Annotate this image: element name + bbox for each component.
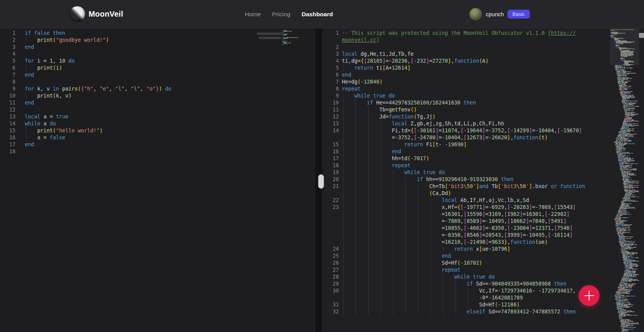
line-number: 29 (322, 281, 339, 288)
line-number: 1 (0, 30, 15, 37)
brand-name: MoonVeil (89, 10, 123, 19)
code-row: 14 Fi,td={[-30161]=11074,[-19644]=-3752,… (322, 127, 644, 134)
line-number: 4 (322, 58, 339, 65)
line-number: 21 (322, 183, 339, 190)
code-row: 5 return ti[A+12614] (322, 65, 644, 72)
code-row: 4ti,dg={[28165]=-20236,[-232]=27270},fun… (322, 58, 644, 65)
line-number: 16 (0, 134, 15, 141)
code-row: =-8350,[8546]=20543,[3999]=-10495,[-1611… (322, 232, 644, 239)
code-row: 7He=dg(-12846) (322, 79, 644, 86)
code-row: 16 end (322, 148, 644, 155)
line-number: 17 (322, 155, 339, 162)
line-number: 25 (322, 253, 339, 260)
line-number: 12 (322, 113, 339, 120)
code-row: 16 a = false (0, 134, 314, 141)
line-number: 31 (322, 301, 339, 308)
code-row: 25 end (322, 253, 644, 260)
line-number: 2 (322, 44, 339, 51)
nav-link-pricing[interactable]: Pricing (272, 11, 290, 18)
code-row: 12 (0, 106, 314, 113)
code-row: 8repeat (322, 86, 644, 92)
line-number: 19 (322, 169, 339, 176)
code-row: 6end (322, 72, 644, 79)
vertical-scrollbar-thumb[interactable] (639, 33, 644, 38)
line-number: 6 (0, 65, 15, 72)
code-row: 11 Tb=getfenv() (322, 106, 644, 113)
nav-link-home[interactable]: Home (245, 11, 261, 18)
line-number: 11 (0, 99, 15, 106)
line-number: 24 (322, 246, 339, 253)
code-row: 18 (0, 148, 314, 155)
line-number: 7 (0, 72, 15, 79)
plan-badge: Basic (507, 10, 530, 19)
navbar: MoonVeil Home Pricing Dashboard cpunch B… (0, 0, 644, 28)
line-number: 30 (322, 288, 339, 294)
line-number: 5 (0, 58, 15, 65)
line-number: 23 (322, 204, 339, 211)
user-name: cpunch (486, 11, 504, 17)
line-number: 18 (322, 162, 339, 169)
code-row: 15 return Fi[t- -19690] (322, 141, 644, 148)
nav-links: Home Pricing Dashboard (245, 0, 333, 28)
line-number: 12 (0, 106, 15, 113)
code-row: moonveil.cc] (322, 37, 644, 44)
code-row: 17 hh=td(-7017) (322, 155, 644, 162)
code-row: 12 Jd=function(Tg,Jj) (322, 113, 644, 120)
fab-add-button[interactable] (579, 285, 600, 306)
code-row: 32 elseif Sd==747893412-747885572 then (322, 308, 644, 315)
code-row: 7end (0, 72, 314, 79)
line-number: 13 (0, 113, 15, 120)
code-row: 5for i = 1, 10 do (0, 58, 314, 65)
editor-decoration (258, 37, 282, 39)
source-minimap[interactable] (282, 29, 304, 49)
code-row: 14while a do (0, 120, 314, 127)
line-number: 9 (322, 92, 339, 99)
code-row: 28 while true do (322, 274, 644, 281)
line-number: 14 (0, 120, 15, 127)
line-number: 10 (0, 92, 15, 99)
line-number: 17 (0, 141, 15, 148)
split-drag-handle[interactable] (318, 174, 324, 189)
line-number: 8 (322, 86, 339, 92)
code-row: 4 (0, 51, 314, 58)
code-row: 27 repeat (322, 267, 644, 274)
brand[interactable]: MoonVeil (70, 6, 123, 22)
code-row: 13 local Z,gb,ej,zg,Sh,td,Li,p,Ch,Fi,hh (322, 120, 644, 127)
code-row: 13local a = true (0, 113, 314, 120)
code-row: 22 local Ab,If,Hf,aj,Vc,lb,x,Sd (322, 197, 644, 204)
line-number: 3 (322, 51, 339, 58)
code-row: 17end (0, 141, 314, 148)
code-row: 6 print(i) (0, 65, 314, 72)
user-cluster: cpunch Basic (469, 0, 530, 28)
line-number: 14 (322, 127, 339, 134)
line-number: 3 (0, 44, 15, 51)
code-row: 24 return x[ue-10796] (322, 246, 644, 253)
nav-link-dashboard[interactable]: Dashboard (302, 11, 333, 18)
code-row: 3end (0, 44, 314, 51)
user-avatar[interactable] (469, 8, 482, 21)
line-number: 32 (322, 308, 339, 315)
source-code-lines: 1if false then2 print("goodbye world!")3… (0, 30, 314, 155)
code-row: =16301,[15596]=3169,[1962]=16301,[-22982… (322, 211, 644, 218)
code-row: 19 while true do (322, 169, 644, 176)
line-number: 28 (322, 274, 339, 281)
moonveil-logo-icon (70, 6, 85, 22)
code-row: =10855,[-4662]=-8350,[-23084]=12371,[754… (322, 225, 644, 232)
code-row: (Ca,Dd) (322, 190, 644, 197)
code-row: 26 Sd=Hf(-10702) (322, 260, 644, 267)
source-code-editor[interactable]: 1if false then2 print("goodbye world!")3… (0, 28, 314, 332)
line-number: 4 (0, 51, 15, 58)
line-number: 16 (322, 148, 339, 155)
line-number: 2 (0, 37, 15, 44)
editor-decoration (256, 33, 282, 35)
obfuscated-code-editor[interactable]: 1-- This script was protected using the … (322, 28, 644, 332)
code-row: 18 repeat (322, 162, 644, 169)
line-number: 10 (322, 99, 339, 106)
code-row: 9for k, v in pairs({"h", "e", "l", "l", … (0, 86, 314, 92)
code-row: 23 x,Hf={[-19771]=-6929,[-20283]=-7869,[… (322, 204, 644, 211)
line-number: 22 (322, 197, 339, 204)
obfuscated-minimap[interactable] (610, 28, 639, 332)
code-row: 8 (0, 79, 314, 86)
code-row: =16210,[-21498]=9633},function(ue) (322, 239, 644, 246)
line-number: 27 (322, 267, 339, 274)
